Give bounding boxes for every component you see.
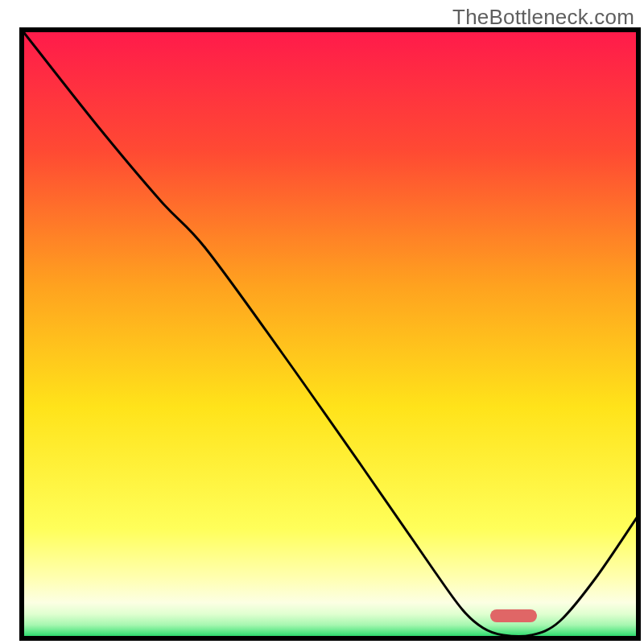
watermark-text: TheBottleneck.com (452, 5, 634, 30)
optimum-marker (490, 609, 537, 622)
gradient-fill (22, 30, 638, 638)
bottleneck-chart: TheBottleneck.com (0, 0, 644, 644)
chart-svg (0, 0, 644, 644)
